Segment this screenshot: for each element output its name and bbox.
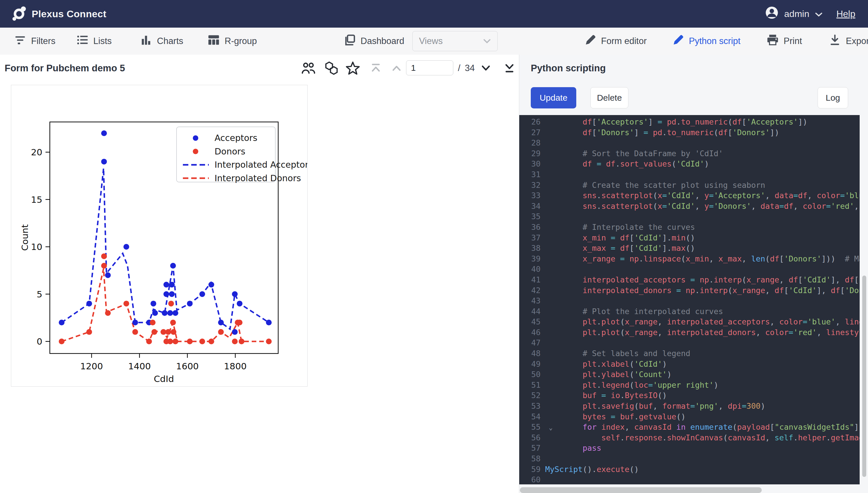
line-number: 47	[519, 338, 545, 348]
line-number: 43	[519, 296, 545, 306]
last-record-icon[interactable]	[502, 61, 517, 76]
export-button[interactable]: Export	[829, 28, 868, 55]
brand[interactable]: Plexus Connect	[12, 6, 106, 22]
line-number: 36	[519, 222, 545, 233]
line-number: 33	[519, 190, 545, 201]
chart-figure: 120014001600180005101520CdIdCountAccepto…	[11, 85, 307, 386]
filters-button[interactable]: Filters	[14, 28, 55, 55]
list-icon	[76, 34, 89, 49]
pencil-icon	[672, 34, 684, 48]
code-editor[interactable]: 26 df['Acceptors'] = pd.to_numeric(df['A…	[519, 115, 860, 485]
chevron-down-icon[interactable]	[815, 8, 823, 19]
plexus-logo-icon	[12, 6, 26, 22]
code-line[interactable]: 39 x_range = np.linspace(x_min, x_max, l…	[519, 254, 860, 264]
top-navbar: Plexus Connect admin Help	[0, 0, 868, 28]
line-number: 46	[519, 327, 545, 338]
form-editor-button[interactable]: Form editor	[584, 28, 647, 55]
views-value: Views	[419, 36, 443, 46]
code-line[interactable]: 58	[519, 454, 860, 464]
code-line[interactable]: 55⌄ for index, canvasId in enumerate(pay…	[519, 422, 860, 433]
next-record-icon[interactable]	[479, 61, 493, 76]
code-line[interactable]: 38 x_max = df['CdId'].max()	[519, 243, 860, 254]
code-line[interactable]: 53 plt.savefig(buf, format='png', dpi=30…	[519, 401, 860, 412]
form-header: Form for Pubchem demo 5 / 34	[0, 55, 519, 82]
svg-text:15: 15	[31, 194, 42, 205]
code-line[interactable]: 56 self.response.showInCanvas(canvasId, …	[519, 433, 860, 443]
code-line[interactable]: 59MyScript().execute()	[519, 464, 860, 475]
code-line[interactable]: 43	[519, 296, 860, 306]
code-line[interactable]: 29 # Sort the DataFrame by 'CdId'	[519, 148, 860, 159]
line-number: 37	[519, 233, 545, 243]
filter-icon	[14, 34, 26, 49]
svg-text:0: 0	[37, 336, 42, 347]
line-number: 49	[519, 359, 545, 370]
code-line[interactable]: 41 interpolated_acceptors = np.interp(x_…	[519, 275, 860, 285]
code-line[interactable]: 47	[519, 338, 860, 348]
update-button[interactable]: Update	[531, 87, 576, 108]
molecule-icon[interactable]	[324, 61, 339, 76]
code-line[interactable]: 31	[519, 169, 860, 180]
code-line[interactable]: 52 buf = io.BytesIO()	[519, 390, 860, 401]
code-line[interactable]: 36 # Interpolate the curves	[519, 222, 860, 233]
user-avatar-icon[interactable]	[765, 6, 779, 22]
line-number: 32	[519, 180, 545, 191]
code-line[interactable]: 34 sns.scatterplot(x='CdId', y='Donors',…	[519, 201, 860, 212]
code-line[interactable]: 49 plt.xlabel('CdId')	[519, 359, 860, 370]
code-line[interactable]: 35	[519, 211, 860, 222]
bar-chart-icon	[140, 34, 152, 49]
code-line[interactable]: 33 sns.scatterplot(x='CdId', y='Acceptor…	[519, 190, 860, 201]
charts-button[interactable]: Charts	[140, 28, 183, 55]
line-number: 45	[519, 317, 545, 327]
line-number: 26	[519, 117, 545, 127]
line-number: 41	[519, 275, 545, 285]
lists-button[interactable]: Lists	[76, 28, 112, 55]
code-line[interactable]: 60	[519, 475, 860, 485]
delete-button[interactable]: Delete	[590, 87, 628, 108]
vertical-scrollbar[interactable]	[862, 276, 866, 477]
code-line[interactable]: 42 interpolated_donors = np.interp(x_ran…	[519, 285, 860, 296]
code-line[interactable]: 50 plt.ylabel('Count')	[519, 369, 860, 380]
views-select[interactable]: Views	[412, 31, 498, 51]
code-line[interactable]: 28	[519, 138, 860, 148]
code-line[interactable]: 26 df['Acceptors'] = pd.to_numeric(df['A…	[519, 117, 860, 127]
code-line[interactable]: 30 df = df.sort_values('CdId')	[519, 159, 860, 169]
dashboard-button[interactable]: Dashboard	[343, 28, 404, 55]
pager-separator: /	[458, 55, 461, 82]
code-line[interactable]: 54 bytes = buf.getvalue()	[519, 412, 860, 422]
users-icon[interactable]	[301, 61, 316, 76]
python-script-button[interactable]: Python script	[672, 28, 741, 55]
line-number: 60	[519, 475, 545, 485]
star-icon[interactable]	[346, 61, 360, 76]
print-button[interactable]: Print	[766, 28, 802, 55]
brand-name: Plexus Connect	[32, 8, 106, 20]
dashboard-label: Dashboard	[361, 36, 404, 46]
code-line[interactable]: 40	[519, 264, 860, 275]
line-number: 54	[519, 412, 545, 422]
code-line[interactable]: 44 # Plot the interpolated curves	[519, 306, 860, 317]
help-link[interactable]: Help	[836, 8, 855, 19]
line-number: 59	[519, 464, 545, 475]
code-line[interactable]: 27 df['Donors'] = pd.to_numeric(df['Dono…	[519, 127, 860, 138]
fold-chevron-icon[interactable]: ⌄	[549, 423, 553, 433]
page-number-input[interactable]	[406, 60, 453, 76]
python-script-label: Python script	[689, 36, 741, 46]
code-line[interactable]: 32 # Create the scatter plot using seabo…	[519, 180, 860, 191]
horizontal-scrollbar[interactable]	[520, 487, 762, 493]
line-number: 38	[519, 243, 545, 254]
dashboard-icon	[343, 34, 356, 49]
code-line[interactable]: 51 plt.legend(loc='upper right')	[519, 380, 860, 391]
code-line[interactable]: 57 pass	[519, 443, 860, 454]
form-title: Form for Pubchem demo 5	[5, 55, 125, 82]
rgroup-button[interactable]: R-group	[207, 28, 257, 55]
previous-record-icon[interactable]	[389, 61, 404, 76]
user-menu[interactable]: admin	[784, 8, 809, 19]
first-record-icon[interactable]	[369, 61, 383, 76]
svg-text:CdId: CdId	[154, 373, 174, 384]
code-line[interactable]: 46 plt.plot(x_range, interpolated_donors…	[519, 327, 860, 338]
log-button[interactable]: Log	[817, 87, 848, 108]
code-line[interactable]: 37 x_min = df['CdId'].min()	[519, 233, 860, 243]
code-line[interactable]: 48 # Set labels and legend	[519, 348, 860, 359]
svg-text:1400: 1400	[128, 361, 151, 371]
line-number: 40	[519, 264, 545, 275]
code-line[interactable]: 45 plt.plot(x_range, interpolated_accept…	[519, 317, 860, 327]
